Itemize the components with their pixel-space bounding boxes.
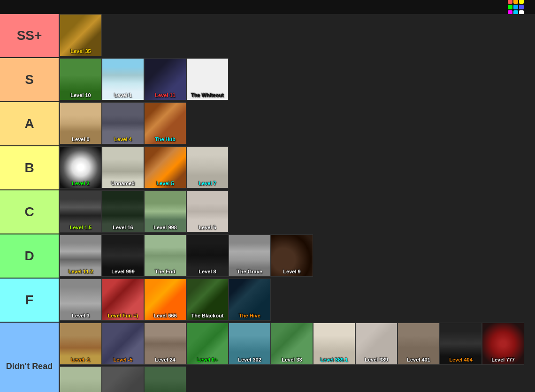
tier-item-level2[interactable]: Level 2 bbox=[60, 146, 102, 188]
tier-item-bg-level389: Level 389 bbox=[356, 323, 397, 364]
tier-item-bg-level666: Level 666 bbox=[145, 279, 186, 320]
tier-item-bg-level999: Level 999 bbox=[102, 235, 144, 276]
tier-item-bg-level0x: Level 0+ bbox=[187, 323, 228, 364]
tier-item-bg-level5: Level 5 bbox=[145, 147, 186, 188]
tier-item-levelm5[interactable]: Level -5 bbox=[102, 323, 144, 365]
tier-item-label-level112: Level 11.2 bbox=[61, 269, 100, 274]
tier-label-f: F bbox=[0, 279, 59, 322]
tier-item-level666[interactable]: Level 666 bbox=[144, 279, 186, 321]
tier-item-level999[interactable]: Level 999 bbox=[102, 234, 144, 277]
tier-item-label-level0: Level 0 bbox=[61, 136, 100, 142]
tier-item-level807[interactable]: Level 807 bbox=[144, 366, 186, 392]
tier-item-bg-level4: Level 4 bbox=[102, 103, 144, 144]
tier-item-thegrave[interactable]: The Grave bbox=[229, 234, 271, 277]
tier-items-d: Level 11.2Level 999The EndLevel 8The Gra… bbox=[59, 234, 535, 278]
tier-row-s: SLevel 10Level 1Level 11The Whiteout bbox=[0, 58, 535, 102]
tier-item-level112[interactable]: Level 11.2 bbox=[60, 234, 102, 277]
tier-item-bg-level6: Level 6 bbox=[187, 191, 228, 232]
tier-item-bg-thegrave: The Grave bbox=[229, 235, 270, 276]
tier-item-level0x[interactable]: Level 0+ bbox=[186, 323, 229, 365]
tier-item-bg-level998: Level 998 bbox=[145, 191, 186, 232]
tier-item-bg-level33: Level 33 bbox=[271, 323, 313, 364]
tier-row-d: DLevel 11.2Level 999The EndLevel 8The Gr… bbox=[0, 234, 535, 279]
tier-item-label-level4: Level 4 bbox=[103, 136, 143, 142]
tier-items-s: Level 10Level 1Level 11The Whiteout bbox=[59, 58, 535, 101]
tier-item-level15[interactable]: Level 1.5 bbox=[60, 190, 102, 233]
tier-item-level8[interactable]: Level 8 bbox=[186, 234, 229, 277]
tier-item-label-level401: Level 401 bbox=[399, 357, 438, 362]
tier-item-level404[interactable]: Level 404 bbox=[440, 323, 482, 365]
tier-item-level3891[interactable]: Level 389.1 bbox=[313, 323, 355, 365]
tier-item-label-level998: Level 998 bbox=[145, 225, 185, 230]
tier-item-level302[interactable]: Level 302 bbox=[229, 323, 271, 365]
tier-item-hub[interactable]: The Hub bbox=[144, 102, 186, 144]
tier-item-level4[interactable]: Level 4 bbox=[102, 102, 144, 144]
logo-cell-6 bbox=[519, 5, 524, 9]
tier-item-label-hub: The Hub bbox=[145, 136, 185, 142]
tier-item-label-level1: Level 1 bbox=[103, 92, 143, 98]
tier-item-hive[interactable]: The Hive bbox=[229, 279, 271, 321]
tier-item-bg-level15: Level 1.5 bbox=[60, 191, 101, 232]
tier-item-level9[interactable]: Level 9 bbox=[271, 234, 313, 277]
tier-item-label-hive: The Hive bbox=[230, 313, 269, 318]
tier-item-level33[interactable]: Level 33 bbox=[271, 323, 313, 365]
tier-item-label-whiteout: The Whiteout bbox=[188, 92, 227, 98]
tier-item-bg-level3: Level 3 bbox=[60, 279, 101, 320]
tier-item-level0[interactable]: Level 0 bbox=[60, 102, 102, 144]
tier-item-label-level6: Level 6 bbox=[188, 225, 227, 230]
tier-item-level777[interactable]: Level 777 bbox=[482, 323, 524, 365]
tier-item-label-level33: Level 33 bbox=[272, 357, 312, 362]
tier-item-level6[interactable]: Level 6 bbox=[186, 190, 229, 233]
tier-item-bg-level300: Level 300 bbox=[102, 367, 144, 392]
tier-label-dr: Didn't Read bbox=[0, 323, 59, 392]
tier-row-a: ALevel 0Level 4The Hub bbox=[0, 102, 535, 146]
tier-item-level35[interactable]: Level 35 bbox=[60, 14, 102, 56]
tier-items-b: Level 2UnnamedLevel 5Level 7 bbox=[59, 146, 535, 189]
tier-item-garden[interactable]: The Garden bbox=[60, 366, 102, 392]
tier-item-level401[interactable]: Level 401 bbox=[397, 323, 440, 365]
tier-item-bg-level11: Level 11 bbox=[145, 59, 186, 100]
tier-item-bg-level8: Level 8 bbox=[187, 235, 228, 276]
tier-item-label-level3: Level 3 bbox=[61, 313, 100, 318]
tier-item-theend[interactable]: The End bbox=[144, 234, 186, 277]
tier-item-level10[interactable]: Level 10 bbox=[60, 58, 102, 100]
tier-item-levelfun[interactable]: Level Fun =) bbox=[102, 279, 144, 321]
tier-item-bg-hub: The Hub bbox=[145, 103, 186, 144]
tier-item-bg-level807: Level 807 bbox=[145, 367, 186, 392]
tier-item-bg-whiteout: The Whiteout bbox=[187, 59, 228, 100]
tier-item-level11[interactable]: Level 11 bbox=[144, 58, 186, 100]
tier-item-label-level389: Level 389 bbox=[357, 357, 396, 362]
tier-item-bg-level401: Level 401 bbox=[398, 323, 439, 364]
tier-item-bg-levelm5: Level -5 bbox=[102, 323, 144, 364]
tier-item-label-level15: Level 1.5 bbox=[61, 225, 100, 230]
tier-item-level998[interactable]: Level 998 bbox=[144, 190, 186, 233]
tier-item-bg-blackout: The Blackout bbox=[187, 279, 228, 320]
tier-row-c: CLevel 1.5Level 16Level 998Level 6 bbox=[0, 190, 535, 234]
tier-item-whiteout[interactable]: The Whiteout bbox=[186, 58, 229, 100]
tier-item-bg-garden: The Garden bbox=[60, 367, 101, 392]
tier-item-label-level11: Level 11 bbox=[145, 92, 185, 98]
tier-item-label-thegrave: The Grave bbox=[230, 269, 269, 274]
tier-label-a: A bbox=[0, 102, 59, 145]
tier-item-label-level666: Level 666 bbox=[145, 313, 185, 318]
tier-item-bg-level24: Level 24 bbox=[145, 323, 186, 364]
tiermaker-logo bbox=[508, 0, 527, 15]
tier-item-level5[interactable]: Level 5 bbox=[144, 146, 186, 188]
tier-item-level300[interactable]: Level 300 bbox=[102, 366, 144, 392]
tier-item-label-unnamed: Unnamed bbox=[103, 181, 143, 186]
tier-item-label-level302: Level 302 bbox=[230, 357, 269, 362]
tier-item-blackout[interactable]: The Blackout bbox=[186, 279, 229, 321]
tier-item-bg-level3891: Level 389.1 bbox=[313, 323, 355, 364]
tier-item-level1[interactable]: Level 1 bbox=[102, 58, 144, 100]
tier-items-c: Level 1.5Level 16Level 998Level 6 bbox=[59, 190, 535, 234]
tier-item-level389[interactable]: Level 389 bbox=[355, 323, 397, 365]
tier-item-level24[interactable]: Level 24 bbox=[144, 323, 186, 365]
tier-item-levelm1[interactable]: Level -1 bbox=[60, 323, 102, 365]
tier-item-unnamed[interactable]: Unnamed bbox=[102, 146, 144, 188]
tier-row-f: FLevel 3Level Fun =)Level 666The Blackou… bbox=[0, 279, 535, 323]
tier-item-level7[interactable]: Level 7 bbox=[186, 146, 229, 188]
tier-item-label-level2: Level 2 bbox=[61, 181, 100, 186]
tier-row-b: BLevel 2UnnamedLevel 5Level 7 bbox=[0, 146, 535, 190]
tier-item-level3[interactable]: Level 3 bbox=[60, 279, 102, 321]
tier-item-level16[interactable]: Level 16 bbox=[102, 190, 144, 233]
